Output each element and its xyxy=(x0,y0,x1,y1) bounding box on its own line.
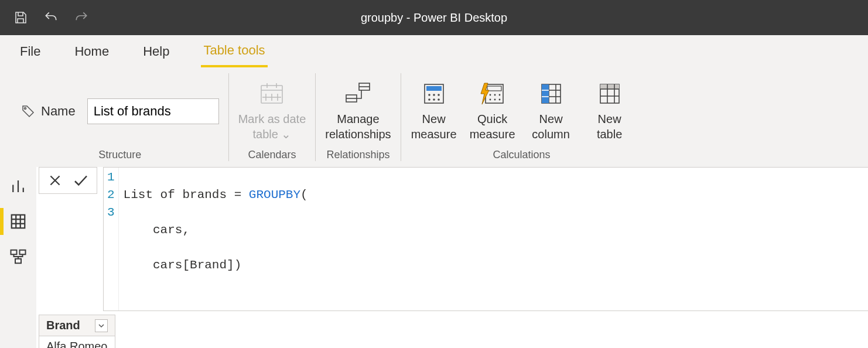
view-rail xyxy=(0,167,36,348)
svg-rect-21 xyxy=(486,84,503,103)
quick-measure-button[interactable]: Quick measure xyxy=(469,81,516,142)
new-column-button[interactable]: New column xyxy=(528,81,575,142)
svg-rect-14 xyxy=(426,86,442,91)
svg-rect-46 xyxy=(12,215,25,228)
svg-point-27 xyxy=(494,98,495,100)
tab-file[interactable]: File xyxy=(18,37,43,66)
svg-point-23 xyxy=(489,94,491,95)
new-measure-button[interactable]: New measure xyxy=(411,81,457,142)
new-table-icon xyxy=(596,81,624,107)
new-measure-icon xyxy=(420,81,448,107)
svg-point-18 xyxy=(429,99,430,100)
title-bar: groupby - Power BI Desktop xyxy=(0,0,868,35)
calendar-icon xyxy=(258,81,286,107)
save-icon[interactable] xyxy=(12,9,29,26)
svg-rect-51 xyxy=(11,250,17,255)
table-name-input[interactable] xyxy=(87,98,219,124)
svg-rect-38 xyxy=(600,84,619,89)
group-calendars: Mark as date table ⌄ Calendars xyxy=(229,67,316,167)
formula-code[interactable]: List of brands = GROUPBY( cars, cars[Bra… xyxy=(119,168,313,311)
column-header-brand[interactable]: Brand xyxy=(39,315,115,336)
group-label-structure: Structure xyxy=(98,149,141,165)
tab-help[interactable]: Help xyxy=(141,37,172,66)
undo-icon[interactable] xyxy=(42,9,60,26)
group-label-calendars: Calendars xyxy=(248,149,296,165)
table-icon xyxy=(9,213,27,230)
svg-point-26 xyxy=(489,98,491,100)
table-row[interactable]: Alfa Romeo xyxy=(39,336,115,349)
name-label: Name xyxy=(21,104,76,119)
svg-point-15 xyxy=(429,94,430,95)
workspace: 1 2 3 List of brands = GROUPBY( cars, ca… xyxy=(0,167,868,348)
tag-icon xyxy=(21,104,35,118)
redo-icon[interactable] xyxy=(73,9,90,26)
svg-rect-52 xyxy=(20,250,26,255)
formula-controls xyxy=(39,167,97,194)
new-table-button[interactable]: New table xyxy=(586,81,633,142)
chevron-down-icon xyxy=(98,322,105,329)
svg-point-0 xyxy=(25,107,26,109)
group-structure: Name Structure xyxy=(12,67,228,167)
formula-bar: 1 2 3 List of brands = GROUPBY( cars, ca… xyxy=(36,167,868,311)
group-calculations: New measure xyxy=(401,67,643,167)
manage-relationships-button[interactable]: Manage relationships xyxy=(325,81,391,142)
group-label-relationships: Relationships xyxy=(326,149,389,165)
relationships-icon xyxy=(344,81,372,107)
ribbon: Name Structure Mark as date xyxy=(0,67,868,167)
filter-dropdown-button[interactable] xyxy=(95,319,108,332)
ribbon-tabs: File Home Help Table tools xyxy=(0,35,868,67)
group-label-calculations: Calculations xyxy=(493,149,551,165)
svg-point-17 xyxy=(438,94,439,95)
close-icon xyxy=(47,173,63,188)
svg-point-24 xyxy=(494,94,495,95)
cancel-formula-button[interactable] xyxy=(45,170,65,190)
svg-point-16 xyxy=(433,94,435,95)
check-icon xyxy=(72,172,90,189)
model-view-button[interactable] xyxy=(2,241,34,272)
svg-point-19 xyxy=(433,99,435,100)
window-title: groupby - Power BI Desktop xyxy=(361,11,507,25)
tab-home[interactable]: Home xyxy=(72,37,111,66)
quick-measure-icon xyxy=(479,81,507,107)
quick-access-toolbar xyxy=(12,9,90,26)
formula-gutter: 1 2 3 xyxy=(104,168,119,311)
svg-point-28 xyxy=(498,98,500,100)
commit-formula-button[interactable] xyxy=(71,170,91,190)
new-column-icon xyxy=(537,81,565,107)
chevron-down-icon: ⌄ xyxy=(281,128,291,141)
report-view-button[interactable] xyxy=(2,170,34,202)
mark-as-date-table-button: Mark as date table ⌄ xyxy=(238,81,306,142)
svg-point-20 xyxy=(438,99,439,100)
data-grid: Brand Alfa Romeo Fiat Citroen Skoda Opel xyxy=(39,315,868,348)
group-relationships: Manage relationships Relationships xyxy=(316,67,400,167)
data-view-button[interactable] xyxy=(2,206,34,237)
model-icon xyxy=(9,248,27,265)
svg-rect-34 xyxy=(542,84,549,103)
tab-table-tools[interactable]: Table tools xyxy=(201,36,267,67)
formula-editor[interactable]: 1 2 3 List of brands = GROUPBY( cars, ca… xyxy=(103,167,868,311)
bar-chart-icon xyxy=(9,178,27,195)
canvas: 1 2 3 List of brands = GROUPBY( cars, ca… xyxy=(36,167,868,348)
svg-point-25 xyxy=(498,94,500,95)
svg-rect-53 xyxy=(15,259,21,264)
